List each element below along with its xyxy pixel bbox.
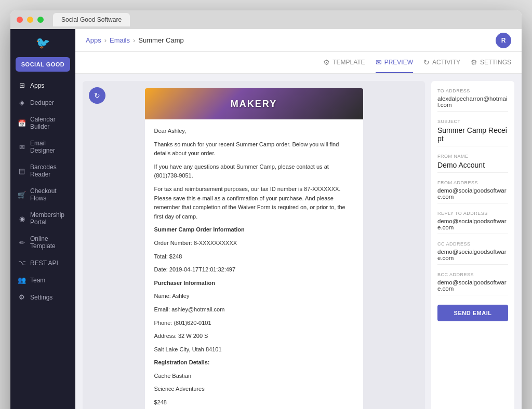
cc-address-field: CC Address demo@socialgoodsoftware.com bbox=[437, 241, 508, 265]
sidebar-item-online-template[interactable]: ✏ Online Template bbox=[10, 230, 75, 254]
subject-label: Subject bbox=[437, 119, 508, 124]
close-btn[interactable] bbox=[17, 17, 23, 23]
bcc-address-label: BCC Address bbox=[437, 272, 508, 277]
top-nav: Apps › Emails › Summer Camp R bbox=[75, 29, 522, 52]
calendar-icon: 📅 bbox=[18, 119, 26, 127]
from-address-value: demo@socialgoodsoftware.com bbox=[437, 187, 508, 203]
browser-titlebar: Social Good Software bbox=[10, 10, 522, 29]
email-greeting: Dear Ashley, bbox=[154, 127, 354, 136]
reply-to-label: Reply To Address bbox=[437, 211, 508, 216]
minimize-btn[interactable] bbox=[27, 17, 33, 23]
activity-tab-icon: ↻ bbox=[423, 58, 430, 66]
breadcrumb: Apps › Emails › Summer Camp bbox=[86, 36, 496, 44]
email-total: Total: $248 bbox=[154, 252, 354, 262]
sidebar-nav: ⊞ Apps ◈ Deduper 📅 Calendar Builder ✉ Em… bbox=[10, 77, 75, 409]
main-content: Apps › Emails › Summer Camp R ⚙ TEMPLATE… bbox=[75, 29, 522, 409]
tab-toolbar: ⚙ TEMPLATE ✉ PREVIEW ↻ ACTIVITY ⚙ SETTIN… bbox=[75, 52, 522, 74]
send-email-button[interactable]: SEND EMAIL bbox=[437, 305, 508, 321]
sidebar-logo: 🐦 bbox=[10, 29, 75, 57]
email-preview-panel: ↻ MAKERY Dear Ashley, Thanks so much for… bbox=[83, 81, 425, 409]
barcodes-icon: ▤ bbox=[18, 167, 26, 175]
sidebar-item-email-designer[interactable]: ✉ Email Designer bbox=[10, 135, 75, 159]
from-name-value: Demo Account bbox=[437, 161, 508, 173]
from-address-label: From Address bbox=[437, 180, 508, 185]
email-address: Address: 32 W 200 S bbox=[154, 332, 354, 341]
breadcrumb-sep-2: › bbox=[133, 36, 135, 44]
refresh-button[interactable]: ↻ bbox=[89, 87, 105, 104]
email-email: Email: ashley@hotmail.com bbox=[154, 305, 354, 315]
sidebar-item-checkout-flows[interactable]: 🛒 Checkout Flows bbox=[10, 183, 75, 207]
email-city: Salt Lake City, Utah 84101 bbox=[154, 345, 354, 355]
bcc-address-value: demo@socialgoodsoftware.com bbox=[437, 279, 508, 295]
tab-preview[interactable]: ✉ PREVIEW bbox=[376, 52, 413, 73]
cc-address-value: demo@socialgoodsoftware.com bbox=[437, 249, 508, 265]
avatar[interactable]: R bbox=[496, 33, 511, 48]
email-para1: Thanks so much for your recent Summer Ca… bbox=[154, 140, 354, 158]
tab-settings[interactable]: ⚙ SETTINGS bbox=[471, 52, 511, 73]
email-designer-icon: ✉ bbox=[18, 143, 26, 151]
email-para2: If you have any questions about Summer C… bbox=[154, 162, 354, 181]
to-address-field: To Address alexdalpecharron@hotmail.com bbox=[437, 88, 508, 112]
team-icon: 👥 bbox=[18, 276, 26, 284]
sidebar-item-calendar-builder[interactable]: 📅 Calendar Builder bbox=[10, 111, 75, 135]
template-icon: ✏ bbox=[18, 239, 26, 247]
subject-field: Subject Summer Camp Receipt bbox=[437, 119, 508, 146]
email-card: MAKERY Dear Ashley, Thanks so much for y… bbox=[145, 88, 363, 409]
membership-icon: ◉ bbox=[18, 215, 26, 223]
sidebar-item-membership-portal[interactable]: ◉ Membership Portal bbox=[10, 207, 75, 230]
email-order-number: Order Number: 8-XXXXXXXXXX bbox=[154, 239, 354, 248]
settings-tab-icon: ⚙ bbox=[471, 58, 477, 66]
reply-to-field: Reply To Address demo@socialgoodsoftware… bbox=[437, 211, 508, 234]
breadcrumb-apps[interactable]: Apps bbox=[86, 36, 101, 44]
settings-icon: ⚙ bbox=[18, 293, 26, 301]
tab-activity[interactable]: ↻ ACTIVITY bbox=[423, 52, 460, 73]
bcc-address-field: BCC Address demo@socialgoodsoftware.com bbox=[437, 272, 508, 295]
from-name-field: From Name Demo Account bbox=[437, 154, 508, 173]
email-name: Name: Ashley bbox=[154, 292, 354, 301]
preview-tab-icon: ✉ bbox=[376, 58, 382, 66]
email-para3: For tax and reimbursement purposes, our … bbox=[154, 185, 354, 221]
sidebar-item-rest-api[interactable]: ⌥ REST API bbox=[10, 254, 75, 271]
breadcrumb-emails[interactable]: Emails bbox=[110, 36, 130, 44]
email-reg3: $248 bbox=[154, 398, 354, 407]
breadcrumb-sep-1: › bbox=[104, 36, 107, 44]
sidebar-item-barcodes-reader[interactable]: ▤ Barcodes Reader bbox=[10, 159, 75, 183]
email-phone: Phone: (801)620-0101 bbox=[154, 319, 354, 328]
template-tab-icon: ⚙ bbox=[323, 58, 330, 66]
content-area: ↻ MAKERY Dear Ashley, Thanks so much for… bbox=[75, 74, 522, 409]
apps-icon: ⊞ bbox=[18, 81, 26, 89]
reply-to-value: demo@socialgoodsoftware.com bbox=[437, 218, 508, 234]
email-section2-title: Purchaser Information bbox=[154, 279, 354, 288]
email-section3-title: Registration Details: bbox=[154, 358, 354, 367]
email-header-text: MAKERY bbox=[231, 97, 277, 111]
email-reg2: Science Adventures bbox=[154, 385, 354, 394]
sidebar-item-settings[interactable]: ⚙ Settings bbox=[10, 289, 75, 306]
to-address-value: alexdalpecharron@hotmail.com bbox=[437, 96, 508, 112]
right-panel: To Address alexdalpecharron@hotmail.com … bbox=[431, 81, 514, 409]
subject-value: Summer Camp Receipt bbox=[437, 126, 508, 146]
from-name-label: From Name bbox=[437, 154, 508, 159]
brand-button[interactable]: SOCIAL GOOD bbox=[16, 57, 70, 72]
maximize-btn[interactable] bbox=[37, 17, 44, 23]
from-address-field: From Address demo@socialgoodsoftware.com bbox=[437, 180, 508, 203]
email-reg1: Cache Bastian bbox=[154, 372, 354, 381]
breadcrumb-summer-camp: Summer Camp bbox=[138, 36, 183, 44]
sidebar-item-team[interactable]: 👥 Team bbox=[10, 271, 75, 289]
api-icon: ⌥ bbox=[18, 259, 26, 267]
sidebar: 🐦 SOCIAL GOOD ⊞ Apps ◈ Deduper 📅 Calenda… bbox=[10, 29, 75, 409]
email-body: Dear Ashley, Thanks so much for your rec… bbox=[145, 119, 363, 409]
logo-icon: 🐦 bbox=[36, 36, 50, 50]
checkout-icon: 🛒 bbox=[18, 191, 26, 199]
email-section1-title: Summer Camp Order Information bbox=[154, 225, 354, 235]
email-header-image: MAKERY bbox=[145, 88, 363, 119]
cc-address-label: CC Address bbox=[437, 241, 508, 247]
tab-template[interactable]: ⚙ TEMPLATE bbox=[323, 52, 365, 73]
email-date: Date: 2019-04-17T12:01:32:497 bbox=[154, 265, 354, 275]
sidebar-item-apps[interactable]: ⊞ Apps bbox=[10, 77, 75, 94]
sidebar-item-deduper[interactable]: ◈ Deduper bbox=[10, 94, 75, 111]
deduper-icon: ◈ bbox=[18, 99, 26, 106]
browser-tab: Social Good Software bbox=[53, 13, 130, 26]
to-address-label: To Address bbox=[437, 88, 508, 93]
